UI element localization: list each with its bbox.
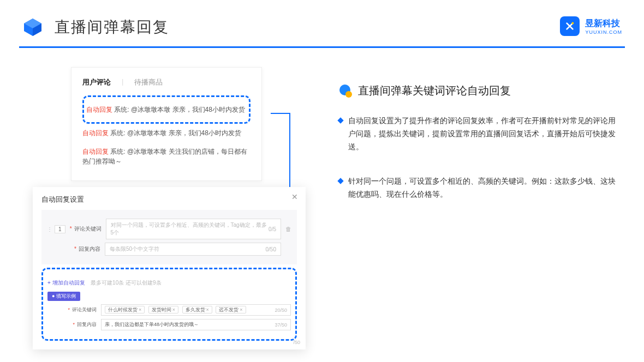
- form-rule-1: ⋮⋮ 1 *评论关键词 对同一个问题，可设置多个相近、高频的关键词，Tag确定，…: [41, 210, 297, 264]
- comment-text: 系统: @冰墩墩本墩 亲亲，我们48小时内发货: [110, 129, 241, 137]
- tag-item: 什么时候发货×: [105, 306, 145, 313]
- keyword-input[interactable]: 对同一个问题，可设置多个相近、高频的关键词，Tag确定，最多5个 0/5: [106, 219, 281, 239]
- tab-user-comments[interactable]: 用户评论: [82, 77, 111, 87]
- logo-mark-icon: [560, 16, 580, 36]
- page-title: 直播间弹幕回复: [55, 17, 169, 38]
- example-reply-text: 亲，我们这边都是下单48小时内发货的哦～ 37/50: [101, 319, 291, 330]
- delete-icon[interactable]: 🗑: [285, 226, 291, 232]
- description-panel: 直播间弹幕关键词评论自动回复 自动回复设置为了提升作者的评论回复效率，作者可在开…: [338, 67, 622, 223]
- tag-item: 多久发货×: [182, 306, 212, 313]
- auto-reply-settings-modal: 自动回复设置 ✕ ⋮⋮ 1 *评论关键词 对同一个问题，可设置多个相近、高频的关…: [33, 187, 306, 349]
- auto-reply-tag: 自动回复: [82, 129, 109, 137]
- logo-name: 昱新科技: [585, 18, 622, 29]
- comments-panel: 用户评论 | 待播商品 自动回复 系统: @冰墩墩本墩 亲亲，我们48小时内发货…: [71, 67, 262, 181]
- example-highlight-box: + 增加自动回复 最多可建10条 还可以创建9条 ● 填写示例 *评论关键词 什…: [41, 268, 297, 341]
- svg-point-3: [572, 22, 574, 25]
- example-badge: ● 填写示例: [47, 292, 80, 301]
- comment-text: 系统: @冰墩墩本墩 亲亲，我们48小时内发货: [114, 106, 245, 113]
- auto-reply-tag: 自动回复: [82, 148, 109, 155]
- add-hint: 最多可建10条 还可以创建9条: [91, 280, 161, 286]
- outer-counter: /50: [293, 340, 300, 345]
- tag-item: 发货时间×: [148, 306, 178, 313]
- bullet-text: 针对同一个问题，可设置多个相近的、高频的关键词。例如：这款多少钱、这块能优惠吗、…: [348, 175, 622, 201]
- auto-reply-tag: 自动回复: [86, 106, 112, 113]
- connector-line: [271, 113, 289, 114]
- brand-logo: 昱新科技 YUUXIN.COM: [560, 16, 622, 36]
- bullet-icon: [337, 178, 343, 184]
- row-number: 1: [55, 225, 65, 233]
- drag-handle-icon[interactable]: ⋮⋮: [47, 226, 50, 232]
- tag-item: 迟不发货×: [216, 306, 246, 313]
- add-auto-reply-link[interactable]: + 增加自动回复: [47, 279, 85, 287]
- modal-title: 自动回复设置: [41, 195, 297, 204]
- section-heading: 直播间弹幕关键词评论自动回复: [358, 83, 511, 98]
- bubble-icon: [338, 84, 353, 98]
- reply-input[interactable]: 每条限50个中文字符 0/50: [105, 243, 281, 256]
- example-keyword-tags: 什么时候发货× 发货时间× 多久发货× 迟不发货× 20/50: [101, 304, 291, 316]
- svg-point-5: [345, 91, 352, 98]
- page-header: 直播间弹幕回复: [0, 0, 644, 38]
- cube-icon: [22, 16, 44, 38]
- reply-label: 回复内容: [79, 246, 100, 252]
- logo-domain: YUUXIN.COM: [585, 29, 622, 35]
- bullet-text: 自动回复设置为了提升作者的评论回复效率，作者可在开播前针对常见的评论用户问题，提…: [348, 114, 622, 153]
- tab-divider: |: [122, 77, 123, 87]
- close-icon[interactable]: ✕: [291, 192, 298, 201]
- tab-pending-goods[interactable]: 待播商品: [134, 77, 163, 87]
- bullet-icon: [337, 117, 343, 123]
- keyword-label: 评论关键词: [74, 226, 102, 232]
- highlighted-comment: 自动回复 系统: @冰墩墩本墩 亲亲，我们48小时内发货: [82, 95, 251, 124]
